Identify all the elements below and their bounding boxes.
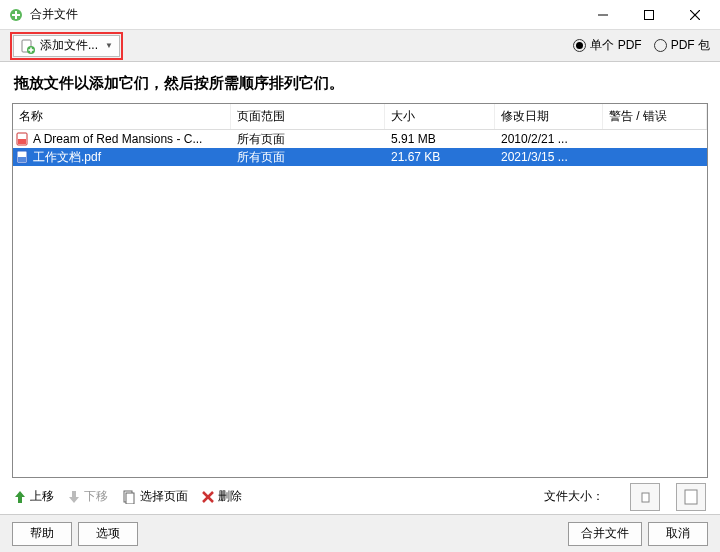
arrow-down-icon: [68, 490, 80, 504]
col-header-date[interactable]: 修改日期: [495, 104, 603, 129]
svg-rect-12: [18, 139, 26, 144]
col-header-size[interactable]: 大小: [385, 104, 495, 129]
cell-warn: [603, 138, 707, 140]
radio-icon: [654, 39, 667, 52]
svg-rect-14: [18, 157, 26, 162]
cell-size: 5.91 MB: [385, 131, 495, 147]
window-title: 合并文件: [30, 6, 580, 23]
move-up-label: 上移: [30, 488, 54, 505]
file-list: 名称 页面范围 大小 修改日期 警告 / 错误 A Dream of Red M…: [12, 103, 708, 478]
actions-bar: 上移 下移 选择页面 删除 文件大小：: [0, 478, 720, 514]
arrow-up-icon: [14, 490, 26, 504]
options-button[interactable]: 选项: [78, 522, 138, 546]
titlebar: 合并文件: [0, 0, 720, 30]
select-pages-label: 选择页面: [140, 488, 188, 505]
svg-rect-16: [126, 493, 134, 504]
toolbar: 添加文件... ▼ 单个 PDF PDF 包: [0, 30, 720, 62]
size-large-button[interactable]: [676, 483, 706, 511]
app-icon: [8, 7, 24, 23]
cell-size: 21.67 KB: [385, 149, 495, 165]
col-header-warn[interactable]: 警告 / 错误: [603, 104, 707, 129]
radio-single-pdf[interactable]: 单个 PDF: [573, 37, 641, 54]
bottom-bar: 帮助 选项 合并文件 取消: [0, 514, 720, 552]
cell-date: 2021/3/15 ...: [495, 149, 603, 165]
add-files-button[interactable]: 添加文件... ▼: [13, 35, 120, 57]
close-button[interactable]: [672, 0, 718, 30]
pages-icon: [122, 490, 136, 504]
radio-package-label: PDF 包: [671, 37, 710, 54]
move-up-button[interactable]: 上移: [14, 488, 54, 505]
col-header-name[interactable]: 名称: [13, 104, 231, 129]
svg-rect-20: [685, 490, 697, 504]
list-header: 名称 页面范围 大小 修改日期 警告 / 错误: [13, 104, 707, 130]
list-body[interactable]: A Dream of Red Mansions - C...所有页面5.91 M…: [13, 130, 707, 477]
radio-single-label: 单个 PDF: [590, 37, 641, 54]
radio-icon: [573, 39, 586, 52]
move-down-button[interactable]: 下移: [68, 488, 108, 505]
merge-button[interactable]: 合并文件: [568, 522, 642, 546]
file-icon: [15, 150, 29, 164]
cancel-button[interactable]: 取消: [648, 522, 708, 546]
add-files-icon: [20, 38, 36, 54]
add-files-highlight: 添加文件... ▼: [10, 32, 123, 60]
select-pages-button[interactable]: 选择页面: [122, 488, 188, 505]
file-icon: [15, 132, 29, 146]
file-size-label: 文件大小：: [544, 488, 604, 505]
delete-label: 删除: [218, 488, 242, 505]
move-down-label: 下移: [84, 488, 108, 505]
cell-name: A Dream of Red Mansions - C...: [33, 132, 202, 146]
instructions-text: 拖放文件以添加它们，然后按所需顺序排列它们。: [0, 62, 720, 103]
cell-warn: [603, 156, 707, 158]
table-row[interactable]: A Dream of Red Mansions - C...所有页面5.91 M…: [13, 130, 707, 148]
cell-name: 工作文档.pdf: [33, 149, 101, 166]
help-button[interactable]: 帮助: [12, 522, 72, 546]
cell-date: 2010/2/21 ...: [495, 131, 603, 147]
size-small-button[interactable]: [630, 483, 660, 511]
table-row[interactable]: 工作文档.pdf所有页面21.67 KB2021/3/15 ...: [13, 148, 707, 166]
cell-pages: 所有页面: [231, 130, 385, 149]
svg-rect-4: [645, 10, 654, 19]
svg-rect-10: [29, 49, 34, 51]
cell-pages: 所有页面: [231, 148, 385, 167]
col-header-pages[interactable]: 页面范围: [231, 104, 385, 129]
window-controls: [580, 0, 718, 30]
maximize-button[interactable]: [626, 0, 672, 30]
add-files-label: 添加文件...: [40, 37, 98, 54]
svg-rect-19: [642, 493, 649, 502]
delete-icon: [202, 491, 214, 503]
radio-pdf-package[interactable]: PDF 包: [654, 37, 710, 54]
delete-button[interactable]: 删除: [202, 488, 242, 505]
minimize-button[interactable]: [580, 0, 626, 30]
dropdown-arrow-icon: ▼: [105, 41, 113, 50]
svg-rect-2: [12, 14, 20, 16]
output-type-radio-group: 单个 PDF PDF 包: [573, 37, 710, 54]
